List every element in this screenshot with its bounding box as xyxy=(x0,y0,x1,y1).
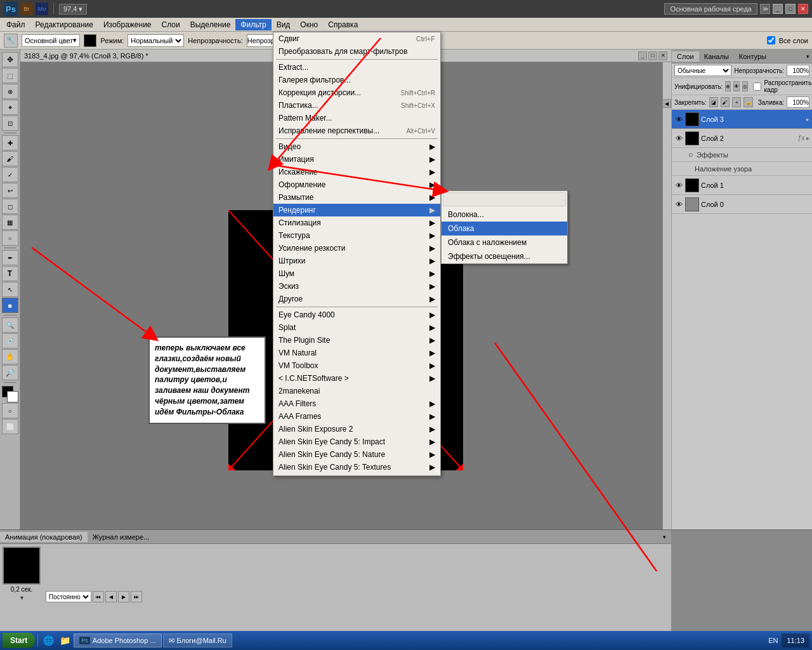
filter-item-plastic[interactable]: Пластика...Shift+Ctrl+X xyxy=(273,99,440,112)
frame-delay[interactable]: ▾ xyxy=(20,594,23,601)
gradient-tool[interactable]: ▦ xyxy=(2,215,18,230)
path-select[interactable]: ↖ xyxy=(2,282,18,297)
loop-select[interactable]: Постоянно xyxy=(46,591,91,602)
menu-select[interactable]: Выделение xyxy=(185,19,236,30)
filter-item-sketch[interactable]: Эскиз▶ xyxy=(273,280,440,293)
unify-vis-btn[interactable]: 👁 xyxy=(733,81,740,91)
br-icon[interactable]: Br xyxy=(20,3,33,15)
filter-item-alienskin-exp[interactable]: Alien Skin Exposure 2▶ xyxy=(273,423,440,435)
filter-item-vmtoolbox[interactable]: VM Toolbox▶ xyxy=(273,359,440,372)
layer-eye-3[interactable]: 👁 xyxy=(674,115,683,124)
taskbar-mail-btn[interactable]: ✉ Блоги@Mail.Ru xyxy=(163,633,232,647)
brush-tool[interactable]: 🖌 xyxy=(2,151,18,166)
tab-journal[interactable]: Журнал измере... xyxy=(88,532,154,542)
taskbar-ie-icon[interactable]: 🌐 xyxy=(41,633,56,648)
marquee-tool[interactable]: ⬚ xyxy=(2,68,18,83)
filter-item-alienskin-nature[interactable]: Alien Skin Eye Candy 5: Nature▶ xyxy=(273,448,440,461)
move-tool[interactable]: ✥ xyxy=(2,52,18,67)
filter-item-alienskin-impact[interactable]: Alien Skin Eye Candy 5: Impact▶ xyxy=(273,435,440,448)
spot-heal[interactable]: ✚ xyxy=(2,135,18,150)
filter-item-eyecandy[interactable]: Eye Candy 4000▶ xyxy=(273,308,440,321)
filter-item-distort[interactable]: Коррекция дисторсии...Shift+Ctrl+R xyxy=(273,86,440,99)
tab-animation[interactable]: Анимация (покадровая) xyxy=(0,532,88,542)
filter-item-design[interactable]: Оформление▶ xyxy=(273,178,440,191)
lock-position[interactable]: + xyxy=(732,97,741,107)
shape-tool[interactable]: ■ xyxy=(2,298,18,313)
layer-row-1[interactable]: 👁 Слой 1 xyxy=(672,176,812,195)
filter-item-other[interactable]: Другое▶ xyxy=(273,293,440,305)
filter-item-alienskin-textures[interactable]: Alien Skin Eye Candy 5: Textures▶ xyxy=(273,461,440,474)
crop-tool[interactable]: ⊡ xyxy=(2,116,18,131)
collapse-panel-btn[interactable]: ◀ xyxy=(662,99,671,108)
animation-frame[interactable] xyxy=(3,547,41,585)
tab-layers[interactable]: Слои xyxy=(672,51,699,62)
filter-item-smart[interactable]: Преобразовать для смарт-фильтров xyxy=(273,45,440,58)
filter-item-pattern[interactable]: Pattern Maker... xyxy=(273,112,440,124)
render-voloknna[interactable]: Волокна... xyxy=(442,208,567,222)
play-next-btn[interactable]: ⏭ xyxy=(131,591,142,602)
filter-item-texture[interactable]: Текстура▶ xyxy=(273,229,440,242)
panel-collapse[interactable]: ▾ xyxy=(804,52,812,61)
tab-paths[interactable]: Контуры xyxy=(734,51,771,62)
play-btn[interactable]: ▶ xyxy=(118,591,129,602)
quick-mask[interactable]: ○ xyxy=(2,403,18,418)
filter-item-alienskin-snap[interactable]: Alien Skin Snap Art▶ xyxy=(273,474,440,476)
filter-item-gallery[interactable]: Галерея фильтров... xyxy=(273,74,440,86)
filter-item-distortion[interactable]: Искажение▶ xyxy=(273,166,440,178)
menu-help[interactable]: Справка xyxy=(323,19,363,30)
expand-btn[interactable]: ≫ xyxy=(760,4,770,14)
bg-color[interactable] xyxy=(7,391,18,402)
lock-transparent[interactable]: ◪ xyxy=(709,97,718,107)
screen-mode[interactable]: ⬜ xyxy=(2,419,18,434)
lasso-tool[interactable]: ⊗ xyxy=(2,84,18,99)
layer-eye-1[interactable]: 👁 xyxy=(674,181,683,190)
notes-tool[interactable]: 🔍 xyxy=(2,317,18,333)
filter-item-noise[interactable]: Шум▶ xyxy=(273,267,440,280)
render-clouds[interactable]: Облака xyxy=(442,222,567,235)
layer-row-3[interactable]: 👁 Слой 3 ▸ xyxy=(672,110,812,129)
eyedropper[interactable]: 💉 xyxy=(2,333,18,348)
play-prev-btn[interactable]: ◀ xyxy=(105,591,117,602)
close-btn[interactable]: ✕ xyxy=(798,4,808,14)
history-brush[interactable]: ↩ xyxy=(2,183,18,198)
render-clouds-overlay[interactable]: Облака с наложением xyxy=(442,235,567,249)
menu-layers[interactable]: Слои xyxy=(157,19,185,30)
color-selector[interactable]: Основной цвет ▾ xyxy=(22,34,80,47)
filter-item-stylize[interactable]: Стилизация▶ xyxy=(273,216,440,229)
clone-tool[interactable]: ✓ xyxy=(2,167,18,182)
unify-pos-btn[interactable]: ⊕ xyxy=(725,81,731,91)
filter-item-sharp[interactable]: Усиление резкости▶ xyxy=(273,242,440,255)
mode-select[interactable]: Нормальный xyxy=(128,34,184,47)
taskbar-ps-btn[interactable]: Ps Adobe Photoshop ... xyxy=(74,633,161,647)
filter-item-persp[interactable]: Исправление перспективы...Alt+Ctrl+V xyxy=(273,124,440,137)
tab-channels[interactable]: Каналы xyxy=(699,51,734,62)
minimize-btn[interactable]: _ xyxy=(773,4,783,14)
filter-item-2mane[interactable]: 2manekenai xyxy=(273,385,440,397)
zoom-tool[interactable]: 🔎 xyxy=(2,365,18,380)
layer-row-2[interactable]: 👁 Слой 2 ƒx ▸ xyxy=(672,129,812,148)
distribute-checkbox[interactable] xyxy=(753,83,761,91)
menu-view[interactable]: Вид xyxy=(272,19,296,30)
filter-item-vmnatural[interactable]: VM Natural▶ xyxy=(273,347,440,359)
mo-icon[interactable]: Mo xyxy=(36,3,48,15)
menu-filter[interactable]: Фильтр xyxy=(235,19,271,30)
start-button[interactable]: Start xyxy=(3,633,35,648)
fill-value[interactable] xyxy=(787,96,809,108)
pen-tool[interactable]: ✒ xyxy=(2,250,18,265)
filter-item-strokes[interactable]: Штрихи▶ xyxy=(273,255,440,267)
filter-item-icnet[interactable]: < I.C.NETSoftware >▶ xyxy=(273,372,440,385)
magic-wand[interactable]: ✦ xyxy=(2,100,18,115)
menu-window[interactable]: Окно xyxy=(295,19,323,30)
unify-style-btn[interactable]: ◎ xyxy=(742,81,748,91)
layer-row-0[interactable]: 👁 Слой 0 xyxy=(672,195,812,214)
lock-all[interactable]: 🔒 xyxy=(743,97,752,107)
filter-item-imitation[interactable]: Имитация▶ xyxy=(273,153,440,166)
filter-item-video[interactable]: Видео▶ xyxy=(273,140,440,153)
menu-edit[interactable]: Редактирование xyxy=(30,19,98,30)
blend-mode-select[interactable]: Обычные xyxy=(674,65,731,76)
filter-item-blur[interactable]: Размытие▶ xyxy=(273,191,440,204)
filter-item-render[interactable]: Рендеринг▶ xyxy=(273,204,440,216)
search-layers-checkbox[interactable] xyxy=(767,36,775,44)
render-submenu[interactable]: Волокна... Облака Облака с наложением Эф… xyxy=(441,190,568,264)
filter-item-sdvig[interactable]: СдвигCtrl+F xyxy=(273,32,440,45)
